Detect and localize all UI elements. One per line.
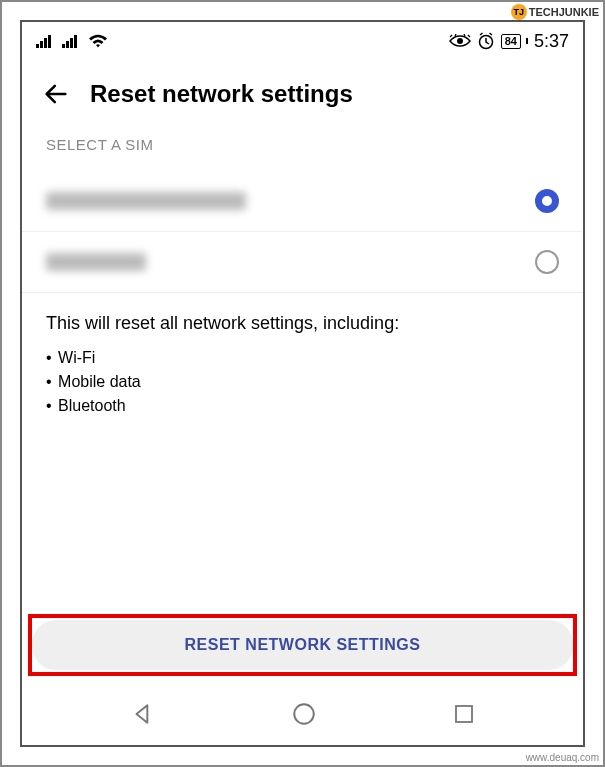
sim-1-label-blurred [46,192,246,210]
page-title: Reset network settings [90,80,353,108]
list-item: Bluetooth [46,394,559,418]
reset-button-container: RESET NETWORK SETTINGS [22,612,583,684]
svg-rect-1 [40,41,43,48]
alarm-icon [477,32,495,50]
sim-2-label-blurred [46,253,146,271]
wifi-icon [88,34,108,49]
radio-unchecked-icon[interactable] [535,250,559,274]
description-intro: This will reset all network settings, in… [46,313,559,334]
select-sim-label: SELECT A SIM [22,136,583,171]
eye-icon [449,34,471,48]
navigation-bar [22,684,583,745]
nav-back-icon[interactable] [130,701,156,727]
svg-rect-2 [44,38,47,48]
nav-home-icon[interactable] [291,701,317,727]
svg-rect-0 [36,44,39,48]
svg-rect-7 [74,35,77,48]
watermark-techjunkie: TJ TECHJUNKIE [507,2,603,22]
description-list: Wi-Fi Mobile data Bluetooth [46,346,559,418]
svg-rect-4 [62,44,65,48]
svg-point-8 [457,38,463,44]
reset-network-settings-button[interactable]: RESET NETWORK SETTINGS [32,620,573,670]
battery-icon: 84 [501,34,521,49]
tj-logo-icon: TJ [511,4,527,20]
sim-option-2[interactable] [22,232,583,293]
watermark-deuaq: www.deuaq.com [526,752,599,763]
svg-rect-3 [48,35,51,48]
svg-rect-6 [70,38,73,48]
signal-2-icon [62,34,80,48]
list-item: Wi-Fi [46,346,559,370]
battery-tip-icon [526,38,528,44]
list-item: Mobile data [46,370,559,394]
signal-1-icon [36,34,54,48]
page-header: Reset network settings [22,56,583,136]
svg-rect-11 [456,706,472,722]
battery-text: 84 [505,35,517,48]
phone-frame: 84 5:37 Reset network settings SELECT A … [20,20,585,747]
back-arrow-icon[interactable] [42,80,70,108]
svg-rect-5 [66,41,69,48]
svg-point-10 [294,704,314,724]
description-block: This will reset all network settings, in… [22,293,583,426]
nav-recent-icon[interactable] [452,702,476,726]
radio-checked-icon[interactable] [535,189,559,213]
watermark-tj-text: TECHJUNKIE [529,6,599,18]
status-bar: 84 5:37 [22,22,583,56]
status-time: 5:37 [534,31,569,52]
sim-option-1[interactable] [22,171,583,232]
